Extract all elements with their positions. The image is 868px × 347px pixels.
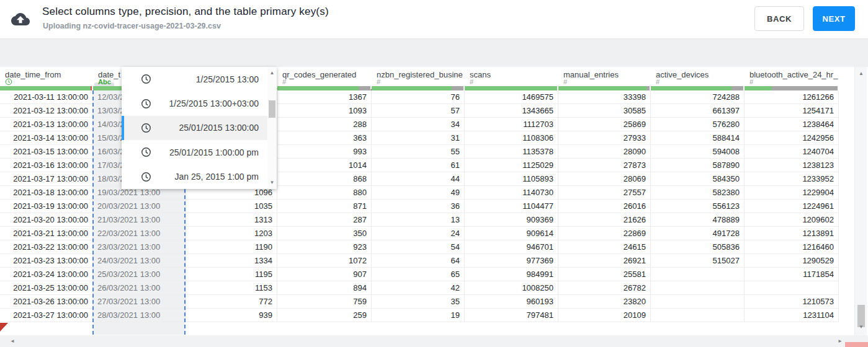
cell[interactable]: 259 xyxy=(277,309,372,322)
cell[interactable]: 28/03/2021 13:00 xyxy=(93,309,186,322)
cell[interactable]: 1229904 xyxy=(745,186,839,200)
cell[interactable]: 1112703 xyxy=(465,118,558,131)
dropdown-item[interactable]: Jan 25, 2015 1:00 pm xyxy=(122,165,267,189)
cell[interactable]: 772 xyxy=(186,295,277,309)
back-button[interactable]: BACK xyxy=(754,6,804,31)
cell[interactable]: 2021-03-27 13:00:00 xyxy=(0,309,93,322)
cell[interactable]: 1343665 xyxy=(465,104,558,118)
cell[interactable]: 1135378 xyxy=(465,145,558,159)
cell[interactable]: 54 xyxy=(372,240,465,254)
cell[interactable]: 363 xyxy=(277,131,372,145)
cell[interactable]: 26921 xyxy=(558,254,651,268)
cell[interactable]: 28069 xyxy=(558,172,651,186)
vertical-scrollbar[interactable]: ▲ ▼ xyxy=(854,67,867,335)
cell[interactable]: 24 xyxy=(372,227,465,240)
cell[interactable]: 1125029 xyxy=(465,159,558,172)
cell[interactable]: 1203 xyxy=(186,227,277,240)
cell[interactable]: 22869 xyxy=(558,227,651,240)
cell[interactable]: 1367 xyxy=(277,90,372,104)
cell[interactable]: 42 xyxy=(372,281,465,295)
cell[interactable]: 587890 xyxy=(651,159,745,172)
cell[interactable]: 868 xyxy=(277,172,372,186)
dropdown-item[interactable]: 25/01/2015 13:00:00 xyxy=(122,116,267,140)
cell[interactable]: 880 xyxy=(277,186,372,200)
cell[interactable]: 1469575 xyxy=(465,90,558,104)
cell[interactable]: 350 xyxy=(277,227,372,240)
cell[interactable]: 28090 xyxy=(558,145,651,159)
cell[interactable]: 34 xyxy=(372,118,465,131)
cell[interactable]: 2021-03-22 13:00:00 xyxy=(0,240,93,254)
cell[interactable]: 515027 xyxy=(651,254,745,268)
cell[interactable]: 984991 xyxy=(465,268,558,281)
cell[interactable]: 1209602 xyxy=(745,213,839,227)
cell[interactable]: 1008250 xyxy=(465,281,558,295)
cell[interactable]: 1195 xyxy=(186,268,277,281)
dropdown-scrollbar[interactable]: ▲ ▼ xyxy=(267,67,277,189)
cell[interactable]: 1210573 xyxy=(745,295,839,309)
cell[interactable]: 894 xyxy=(277,281,372,295)
cell[interactable] xyxy=(651,268,745,281)
cell[interactable]: 1216460 xyxy=(745,240,839,254)
cell[interactable]: 2021-03-26 13:00:00 xyxy=(0,295,93,309)
column-header[interactable]: bluetooth_active_24_hr_# xyxy=(745,67,839,86)
cell[interactable]: 661397 xyxy=(651,104,745,118)
cell[interactable]: 1171854 xyxy=(745,268,839,281)
cell[interactable] xyxy=(651,309,745,322)
cell[interactable]: 20109 xyxy=(558,309,651,322)
cell[interactable]: 909369 xyxy=(465,213,558,227)
cell[interactable]: 2021-03-13 13:00:00 xyxy=(0,118,93,131)
cell[interactable]: 36 xyxy=(372,200,465,213)
cell[interactable]: 287 xyxy=(277,213,372,227)
cell[interactable]: 1231104 xyxy=(745,309,839,322)
cell[interactable]: 30585 xyxy=(558,104,651,118)
cell[interactable]: 24/03/2021 13:00 xyxy=(93,254,186,268)
scroll-up-icon[interactable]: ▲ xyxy=(855,69,867,78)
cell[interactable]: 1190 xyxy=(186,240,277,254)
cell[interactable]: 26782 xyxy=(558,281,651,295)
column-header[interactable]: date_time_from xyxy=(0,67,93,86)
cell[interactable]: 26016 xyxy=(558,200,651,213)
cell[interactable]: 584350 xyxy=(651,172,745,186)
cell[interactable]: 1014 xyxy=(277,159,372,172)
cell[interactable]: 27873 xyxy=(558,159,651,172)
cell[interactable]: 1213891 xyxy=(745,227,839,240)
cell[interactable]: 871 xyxy=(277,200,372,213)
cell[interactable]: 24615 xyxy=(558,240,651,254)
cell[interactable]: 1242956 xyxy=(745,131,839,145)
cell[interactable]: 1093 xyxy=(277,104,372,118)
column-header[interactable]: nzbn_registered_busine# xyxy=(372,67,465,86)
cell[interactable]: 2021-03-25 13:00:00 xyxy=(0,281,93,295)
cell[interactable]: 25869 xyxy=(558,118,651,131)
cell[interactable]: 2021-03-21 13:00:00 xyxy=(0,227,93,240)
cell[interactable]: 1153 xyxy=(186,281,277,295)
cell[interactable]: 993 xyxy=(277,145,372,159)
cell[interactable]: 1238464 xyxy=(745,118,839,131)
column-header[interactable]: manual_entries# xyxy=(558,67,651,86)
cell[interactable]: 2021-03-12 13:00:00 xyxy=(0,104,93,118)
cell[interactable]: 21626 xyxy=(558,213,651,227)
cell[interactable]: 923 xyxy=(277,240,372,254)
cell[interactable]: 64 xyxy=(372,254,465,268)
cell[interactable]: 907 xyxy=(277,268,372,281)
cell[interactable]: 27557 xyxy=(558,186,651,200)
cell[interactable]: 1108306 xyxy=(465,131,558,145)
cell[interactable]: 582380 xyxy=(651,186,745,200)
cell[interactable]: 759 xyxy=(277,295,372,309)
cell[interactable]: 13 xyxy=(372,213,465,227)
cell[interactable]: 20/03/2021 13:00 xyxy=(93,200,186,213)
cell[interactable]: 57 xyxy=(372,104,465,118)
cell[interactable]: 724288 xyxy=(651,90,745,104)
cell[interactable] xyxy=(651,281,745,295)
cell[interactable]: 1254171 xyxy=(745,104,839,118)
cell[interactable]: 1035 xyxy=(186,200,277,213)
scroll-down-icon[interactable]: ▼ xyxy=(855,323,867,332)
cell[interactable]: 2021-03-14 13:00:00 xyxy=(0,131,93,145)
cell[interactable]: 2021-03-11 13:00:00 xyxy=(0,90,93,104)
cell[interactable]: 19 xyxy=(372,309,465,322)
cell[interactable]: 1233952 xyxy=(745,172,839,186)
cell[interactable]: 2021-03-19 13:00:00 xyxy=(0,200,93,213)
horizontal-scrollbar[interactable]: ◄ ► xyxy=(0,335,868,347)
cell[interactable]: 491728 xyxy=(651,227,745,240)
cell[interactable]: 2021-03-15 13:00:00 xyxy=(0,145,93,159)
cell[interactable]: 1238123 xyxy=(745,159,839,172)
